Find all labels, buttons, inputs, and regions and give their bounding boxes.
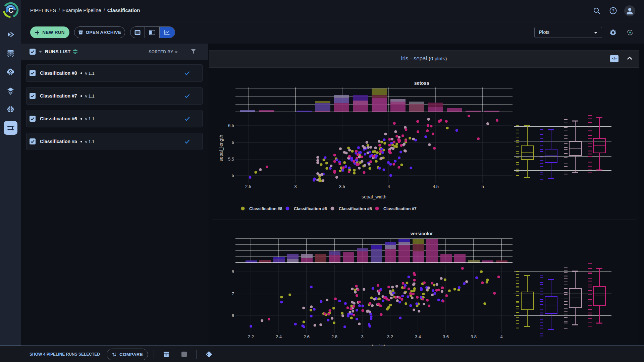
svg-text:Classification #6: Classification #6 (294, 206, 327, 211)
svg-text:3: 3 (361, 334, 363, 339)
svg-text:2.4: 2.4 (276, 334, 282, 339)
svg-text:2.5: 2.5 (245, 184, 251, 189)
svg-text:sepal_length: sepal_length (218, 135, 224, 161)
svg-text:Classification #5: Classification #5 (339, 206, 372, 211)
svg-text:5: 5 (481, 184, 484, 189)
svg-text:3.4: 3.4 (415, 334, 421, 339)
svg-text:3.2: 3.2 (387, 334, 393, 339)
svg-text:?: ? (612, 9, 614, 13)
svg-text:4: 4 (387, 184, 390, 189)
svg-text:5: 5 (232, 173, 234, 178)
svg-text:C: C (8, 6, 14, 14)
svg-text:versicolor: versicolor (411, 231, 433, 236)
svg-text:2.6: 2.6 (304, 334, 310, 339)
svg-text:6: 6 (232, 313, 234, 318)
svg-text:6.5: 6.5 (228, 123, 234, 128)
svg-text:3.5: 3.5 (339, 184, 345, 189)
svg-text:4: 4 (500, 334, 502, 339)
svg-text:8: 8 (232, 269, 234, 274)
svg-text:sepal_width: sepal_width (362, 194, 386, 199)
svg-text:4.5: 4.5 (433, 184, 439, 189)
svg-text:Classification #8: Classification #8 (249, 206, 282, 211)
svg-text:Classification #7: Classification #7 (383, 206, 417, 211)
svg-text:2.2: 2.2 (248, 334, 254, 339)
svg-text:3.8: 3.8 (471, 334, 477, 339)
svg-text:6: 6 (232, 140, 234, 145)
svg-text:3.6: 3.6 (443, 334, 449, 339)
svg-text:2.8: 2.8 (331, 334, 337, 339)
svg-text:7: 7 (232, 291, 234, 296)
svg-text:5.5: 5.5 (228, 157, 234, 162)
svg-text:setosa: setosa (414, 80, 429, 86)
svg-text:3: 3 (294, 184, 297, 189)
